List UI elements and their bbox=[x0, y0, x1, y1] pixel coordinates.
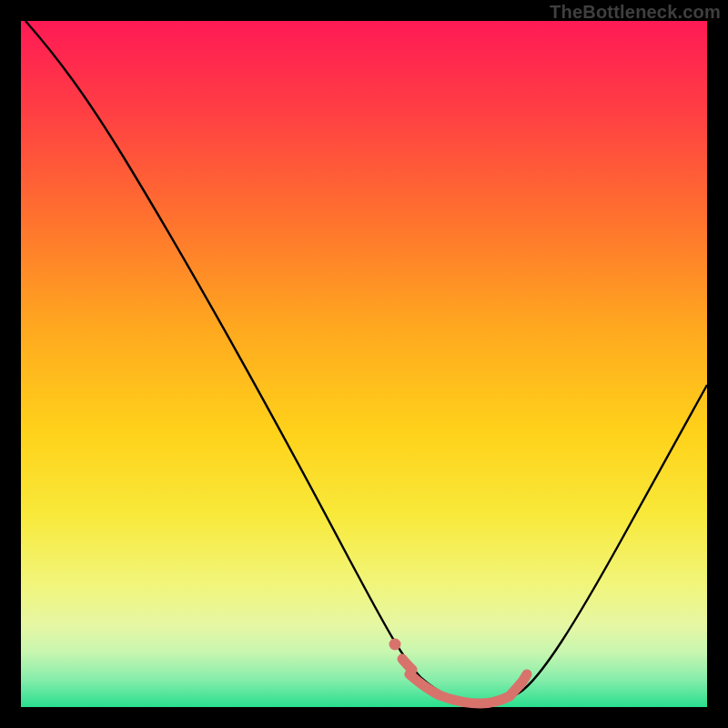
frame: TheBottleneck.com bbox=[0, 0, 728, 728]
plot-area bbox=[21, 21, 707, 707]
bottleneck-curve-svg bbox=[21, 21, 707, 707]
highlight-segment bbox=[402, 659, 527, 703]
highlight-dot bbox=[389, 639, 401, 651]
bottleneck-curve bbox=[25, 21, 707, 703]
watermark-text: TheBottleneck.com bbox=[550, 2, 721, 23]
